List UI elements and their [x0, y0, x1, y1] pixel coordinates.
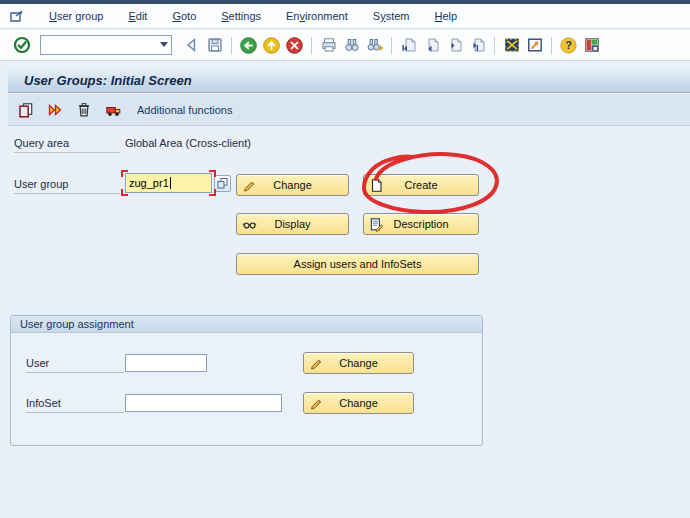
- next-page-button[interactable]: [443, 34, 466, 56]
- glasses-icon: [242, 217, 257, 232]
- find-next-icon: [366, 36, 384, 54]
- toolbar-divider: [231, 37, 232, 54]
- previous-page-button[interactable]: [420, 34, 443, 56]
- document-pencil-icon: [369, 217, 384, 232]
- back-nav-button[interactable]: [180, 34, 203, 56]
- description-button[interactable]: Description: [363, 213, 479, 235]
- shortcut-icon: [526, 36, 544, 54]
- pencil-icon: [309, 356, 324, 371]
- left-triangle-icon: [183, 36, 201, 54]
- delete-button[interactable]: [73, 99, 95, 121]
- toolbar-divider: [551, 37, 552, 54]
- menu-goto[interactable]: Goto: [169, 8, 199, 24]
- save-button[interactable]: [203, 34, 226, 56]
- previous-page-icon: [423, 36, 441, 54]
- customize-layout-button[interactable]: [580, 34, 603, 56]
- copy-button[interactable]: [15, 99, 37, 121]
- help-button[interactable]: ?: [557, 34, 580, 56]
- cancel-button[interactable]: [283, 34, 306, 56]
- user-group-input[interactable]: zug_pr1: [125, 173, 212, 193]
- application-toolbar: Additional functions: [8, 94, 690, 126]
- transport-truck-icon: [104, 101, 123, 119]
- assign-users-infosets-button[interactable]: Assign users and InfoSets: [236, 253, 479, 275]
- user-label: User: [26, 357, 124, 373]
- menu-system[interactable]: System: [370, 8, 413, 24]
- find-binoculars-icon: [343, 36, 361, 54]
- text-cursor: [170, 177, 171, 189]
- menu-bar: User group Edit Goto Settings Environmen…: [0, 4, 690, 29]
- new-document-icon: [369, 178, 384, 193]
- sap-window: User group Edit Goto Settings Environmen…: [0, 0, 690, 518]
- user-input[interactable]: [125, 354, 207, 372]
- query-area-label: Query area: [14, 137, 120, 153]
- first-page-button[interactable]: [397, 34, 420, 56]
- change-button[interactable]: Change: [236, 174, 349, 196]
- standard-toolbar: ?: [0, 30, 690, 61]
- execute-icon: [46, 101, 64, 119]
- menu-settings[interactable]: Settings: [218, 8, 264, 24]
- new-session-button[interactable]: [500, 34, 523, 56]
- infoset-change-button[interactable]: Change: [303, 392, 414, 414]
- command-dropdown-icon[interactable]: [160, 42, 168, 47]
- enter-check-icon: [13, 36, 31, 54]
- command-field[interactable]: [40, 35, 172, 55]
- next-page-icon: [446, 36, 464, 54]
- last-page-button[interactable]: [466, 34, 489, 56]
- first-page-icon: [400, 36, 418, 54]
- last-page-icon: [469, 36, 487, 54]
- enter-button[interactable]: [10, 34, 33, 56]
- toolbar-divider: [311, 37, 312, 54]
- cancel-x-icon: [285, 36, 304, 55]
- system-menu-icon[interactable]: [9, 9, 25, 23]
- save-disk-icon: [206, 36, 224, 54]
- print-icon: [320, 36, 338, 54]
- screen-title-bar: User Groups: Initial Screen: [8, 68, 690, 93]
- toolbar-divider: [391, 37, 392, 54]
- exit-button[interactable]: [260, 34, 283, 56]
- user-change-button[interactable]: Change: [303, 352, 414, 374]
- back-button[interactable]: [237, 34, 260, 56]
- create-shortcut-button[interactable]: [523, 34, 546, 56]
- group-box-header: User group assignment: [11, 316, 482, 333]
- back-arrow-icon: [239, 36, 258, 55]
- menu-edit[interactable]: Edit: [125, 8, 150, 24]
- find-next-button[interactable]: [363, 34, 386, 56]
- copy-icon: [17, 101, 35, 119]
- execute-button[interactable]: [44, 99, 66, 121]
- query-area-value: Global Area (Cross-client): [125, 137, 251, 149]
- pencil-icon: [242, 178, 257, 193]
- customize-layout-icon: [583, 36, 601, 54]
- menu-help[interactable]: Help: [431, 8, 460, 24]
- display-button[interactable]: Display: [236, 213, 349, 235]
- find-button[interactable]: [340, 34, 363, 56]
- matchcode-button[interactable]: [214, 175, 231, 192]
- exit-arrow-icon: [262, 36, 281, 55]
- svg-text:?: ?: [565, 39, 572, 51]
- transport-button[interactable]: [102, 99, 124, 121]
- additional-functions-label[interactable]: Additional functions: [137, 104, 232, 116]
- user-group-assignment-box: User group assignment: [10, 315, 483, 446]
- infoset-label: InfoSet: [26, 397, 124, 413]
- create-button[interactable]: Create: [363, 174, 479, 196]
- infoset-input[interactable]: [125, 394, 282, 412]
- print-button[interactable]: [317, 34, 340, 56]
- help-icon: ?: [559, 36, 578, 55]
- command-input[interactable]: [41, 37, 153, 53]
- menu-environment[interactable]: Environment: [283, 8, 351, 24]
- new-session-icon: [503, 36, 521, 54]
- pencil-icon: [309, 396, 324, 411]
- menu-user-group[interactable]: User group: [46, 8, 106, 24]
- user-group-label: User group: [14, 178, 120, 194]
- trash-icon: [75, 101, 93, 119]
- page-title: User Groups: Initial Screen: [24, 73, 192, 88]
- toolbar-divider: [494, 37, 495, 54]
- matchcode-icon: [216, 177, 229, 190]
